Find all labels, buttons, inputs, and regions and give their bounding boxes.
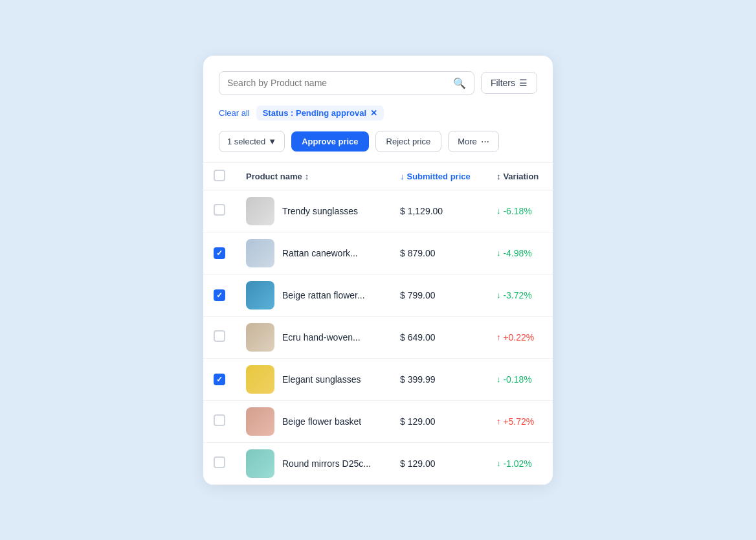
row-price-cell-2: $ 799.00: [390, 274, 486, 316]
clear-all-button[interactable]: Clear all: [219, 108, 250, 118]
select-all-header[interactable]: [203, 163, 236, 190]
product-image-6: [246, 449, 274, 478]
table-row: Round mirrors D25c... $ 129.00 ↓ -1.02%: [203, 442, 553, 484]
submitted-price-header[interactable]: ↓ Submitted price: [390, 163, 486, 190]
row-checkbox-cell-5: [203, 400, 236, 442]
more-label: More: [458, 137, 477, 146]
row-product-cell-0: Trendy sunglasses: [236, 190, 390, 232]
row-price-cell-5: $ 129.00: [390, 400, 486, 442]
approve-price-button[interactable]: Approve price: [291, 131, 368, 152]
selected-button[interactable]: 1 selected ▼: [219, 131, 285, 152]
row-checkbox-1[interactable]: [214, 247, 225, 259]
row-price-cell-6: $ 129.00: [390, 442, 486, 484]
row-checkbox-cell-4: [203, 358, 236, 400]
variation-header-label: Variation: [503, 172, 539, 181]
row-product-cell-1: Rattan canework...: [236, 232, 390, 274]
row-product-cell-6: Round mirrors D25c...: [236, 442, 390, 484]
product-name-header-label: Product name: [246, 172, 302, 181]
row-price-cell-1: $ 879.00: [390, 232, 486, 274]
product-variation-4: ↓ -0.18%: [496, 374, 542, 385]
product-price-3: $ 649.00: [400, 332, 436, 343]
row-product-cell-5: Beige flower basket: [236, 400, 390, 442]
more-button[interactable]: More ⋯: [448, 131, 499, 152]
filters-button[interactable]: Filters ☰: [481, 72, 537, 94]
filter-icon: ☰: [519, 78, 528, 88]
product-variation-6: ↓ -1.02%: [496, 458, 542, 469]
product-cell-6: Round mirrors D25c...: [246, 449, 379, 478]
filter-tag-label: Status : Pending approval: [263, 108, 366, 118]
table-row: Beige flower basket $ 129.00 ↑ +5.72%: [203, 400, 553, 442]
row-checkbox-4[interactable]: [214, 374, 225, 385]
product-name-header[interactable]: Product name ↕: [236, 163, 390, 190]
product-cell-5: Beige flower basket: [246, 407, 379, 436]
table-row: Elegant sunglasses $ 399.99 ↓ -0.18%: [203, 358, 553, 400]
chevron-down-icon: ▼: [268, 137, 276, 146]
row-checkbox-cell-6: [203, 442, 236, 484]
row-checkbox-6[interactable]: [214, 456, 225, 468]
actions-row: 1 selected ▼ Approve price Reject price …: [203, 131, 553, 163]
product-image-1: [246, 239, 274, 267]
product-variation-0: ↓ -6.18%: [496, 206, 542, 216]
product-name-3: Ecru hand-woven...: [282, 332, 361, 343]
row-checkbox-cell-0: [203, 190, 236, 232]
row-product-cell-4: Elegant sunglasses: [236, 358, 390, 400]
main-card: 🔍 Filters ☰ Clear all Status : Pending a…: [203, 56, 553, 485]
row-checkbox-2[interactable]: [214, 289, 225, 301]
row-variation-cell-3: ↑ +0.22%: [486, 316, 553, 358]
filter-tags-row: Clear all Status : Pending approval ✕: [203, 106, 553, 131]
product-name-1: Rattan canework...: [282, 248, 358, 258]
search-icon: 🔍: [453, 77, 466, 89]
row-checkbox-cell-1: [203, 232, 236, 274]
variation-arrow-5: ↑: [496, 416, 501, 426]
product-cell-1: Rattan canework...: [246, 239, 379, 267]
search-row: 🔍 Filters ☰: [203, 71, 553, 106]
active-filter-tag: Status : Pending approval ✕: [256, 106, 384, 120]
variation-arrow-2: ↓: [496, 290, 501, 300]
product-price-4: $ 399.99: [400, 374, 436, 385]
variation-arrow-1: ↓: [496, 248, 501, 258]
row-variation-cell-0: ↓ -6.18%: [486, 190, 553, 232]
product-price-5: $ 129.00: [400, 416, 436, 427]
product-name-4: Elegant sunglasses: [282, 374, 361, 385]
products-table: Product name ↕ ↓ Submitted price ↕ Varia…: [203, 163, 553, 485]
row-checkbox-3[interactable]: [214, 330, 225, 342]
reject-price-button[interactable]: Reject price: [375, 131, 442, 152]
row-checkbox-cell-2: [203, 274, 236, 316]
price-sort-down-icon: ↓: [400, 172, 405, 181]
product-price-6: $ 129.00: [400, 458, 436, 469]
table-row: Trendy sunglasses $ 1,129.00 ↓ -6.18%: [203, 190, 553, 232]
variation-header[interactable]: ↕ Variation: [486, 163, 553, 190]
product-price-0: $ 1,129.00: [400, 206, 443, 216]
product-name-2: Beige rattan flower...: [282, 290, 365, 300]
row-price-cell-3: $ 649.00: [390, 316, 486, 358]
product-cell-2: Beige rattan flower...: [246, 281, 379, 309]
submitted-price-header-label: Submitted price: [406, 172, 470, 181]
table-row: Beige rattan flower... $ 799.00 ↓ -3.72%: [203, 274, 553, 316]
filter-tag-close[interactable]: ✕: [370, 109, 377, 117]
product-cell-3: Ecru hand-woven...: [246, 323, 379, 352]
variation-arrow-0: ↓: [496, 206, 501, 216]
variation-arrow-4: ↓: [496, 374, 501, 384]
row-checkbox-5[interactable]: [214, 414, 225, 426]
search-box: 🔍: [219, 71, 474, 95]
product-name-sort-icon: ↕: [305, 172, 309, 181]
search-input[interactable]: [227, 78, 448, 88]
product-price-1: $ 879.00: [400, 248, 436, 258]
select-all-checkbox[interactable]: [214, 170, 225, 181]
table-row: Ecru hand-woven... $ 649.00 ↑ +0.22%: [203, 316, 553, 358]
product-variation-2: ↓ -3.72%: [496, 290, 542, 300]
product-name-0: Trendy sunglasses: [282, 206, 358, 216]
product-variation-5: ↑ +5.72%: [496, 416, 542, 427]
selected-label: 1 selected: [227, 137, 265, 146]
row-product-cell-3: Ecru hand-woven...: [236, 316, 390, 358]
variation-sort-icon: ↕: [496, 172, 501, 181]
product-name-6: Round mirrors D25c...: [282, 458, 371, 469]
row-variation-cell-1: ↓ -4.98%: [486, 232, 553, 274]
row-variation-cell-4: ↓ -0.18%: [486, 358, 553, 400]
row-checkbox-0[interactable]: [214, 204, 225, 216]
row-price-cell-4: $ 399.99: [390, 358, 486, 400]
variation-arrow-6: ↓: [496, 458, 501, 468]
product-cell-4: Elegant sunglasses: [246, 365, 379, 394]
product-variation-3: ↑ +0.22%: [496, 332, 542, 343]
row-checkbox-cell-3: [203, 316, 236, 358]
